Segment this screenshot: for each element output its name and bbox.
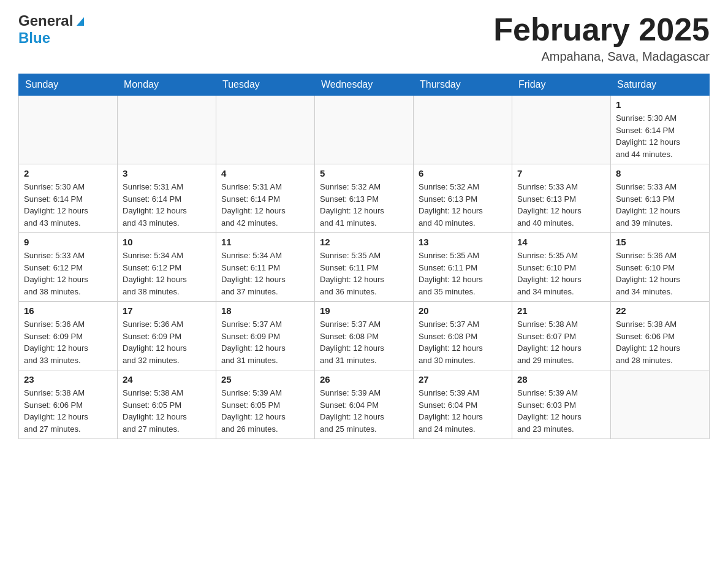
day-number: 5 — [320, 168, 408, 178]
header-thursday: Thursday — [414, 74, 512, 96]
calendar-cell: 23Sunrise: 5:38 AM Sunset: 6:06 PM Dayli… — [19, 370, 118, 439]
day-info: Sunrise: 5:31 AM Sunset: 6:14 PM Dayligh… — [123, 181, 211, 229]
day-info: Sunrise: 5:39 AM Sunset: 6:03 PM Dayligh… — [517, 387, 605, 435]
calendar-cell — [414, 96, 512, 164]
day-info: Sunrise: 5:38 AM Sunset: 6:05 PM Dayligh… — [123, 387, 211, 435]
day-info: Sunrise: 5:39 AM Sunset: 6:04 PM Dayligh… — [320, 387, 408, 435]
logo-general-text: General — [18, 12, 73, 29]
calendar-cell: 7Sunrise: 5:33 AM Sunset: 6:13 PM Daylig… — [512, 164, 611, 233]
day-number: 4 — [221, 168, 309, 178]
day-number: 20 — [419, 305, 507, 316]
day-number: 27 — [419, 374, 507, 385]
calendar-cell: 15Sunrise: 5:36 AM Sunset: 6:10 PM Dayli… — [611, 233, 710, 302]
calendar-cell — [512, 96, 611, 164]
day-number: 3 — [123, 168, 211, 178]
day-number: 17 — [123, 305, 211, 316]
day-number: 19 — [320, 305, 408, 316]
calendar-cell: 6Sunrise: 5:32 AM Sunset: 6:13 PM Daylig… — [414, 164, 512, 233]
calendar-cell: 12Sunrise: 5:35 AM Sunset: 6:11 PM Dayli… — [315, 233, 414, 302]
day-info: Sunrise: 5:34 AM Sunset: 6:11 PM Dayligh… — [221, 250, 309, 297]
day-info: Sunrise: 5:37 AM Sunset: 6:09 PM Dayligh… — [221, 318, 309, 366]
header-tuesday: Tuesday — [216, 74, 315, 96]
day-number: 9 — [24, 237, 112, 247]
day-number: 11 — [221, 237, 309, 247]
day-number: 25 — [221, 374, 309, 385]
day-info: Sunrise: 5:37 AM Sunset: 6:08 PM Dayligh… — [419, 318, 507, 366]
calendar-cell: 20Sunrise: 5:37 AM Sunset: 6:08 PM Dayli… — [414, 302, 512, 370]
calendar-cell: 5Sunrise: 5:32 AM Sunset: 6:13 PM Daylig… — [315, 164, 414, 233]
day-info: Sunrise: 5:33 AM Sunset: 6:12 PM Dayligh… — [24, 250, 112, 297]
day-number: 10 — [123, 237, 211, 247]
day-info: Sunrise: 5:39 AM Sunset: 6:04 PM Dayligh… — [419, 387, 507, 435]
day-info: Sunrise: 5:35 AM Sunset: 6:11 PM Dayligh… — [320, 250, 408, 297]
calendar-cell — [118, 96, 216, 164]
calendar-week-5: 23Sunrise: 5:38 AM Sunset: 6:06 PM Dayli… — [19, 370, 710, 439]
logo-triangle-icon — [74, 15, 86, 27]
day-info: Sunrise: 5:39 AM Sunset: 6:05 PM Dayligh… — [221, 387, 309, 435]
calendar-week-3: 9Sunrise: 5:33 AM Sunset: 6:12 PM Daylig… — [19, 233, 710, 302]
calendar-cell: 9Sunrise: 5:33 AM Sunset: 6:12 PM Daylig… — [19, 233, 118, 302]
day-number: 28 — [517, 374, 605, 385]
day-number: 23 — [24, 374, 112, 385]
day-info: Sunrise: 5:38 AM Sunset: 6:06 PM Dayligh… — [616, 318, 704, 366]
day-info: Sunrise: 5:38 AM Sunset: 6:06 PM Dayligh… — [24, 387, 112, 435]
location-text: Ampahana, Sava, Madagascar — [493, 50, 710, 64]
title-block: February 2025 Ampahana, Sava, Madagascar — [493, 12, 710, 64]
calendar-cell: 13Sunrise: 5:35 AM Sunset: 6:11 PM Dayli… — [414, 233, 512, 302]
header-saturday: Saturday — [611, 74, 710, 96]
calendar-cell — [611, 370, 710, 439]
day-info: Sunrise: 5:37 AM Sunset: 6:08 PM Dayligh… — [320, 318, 408, 366]
day-info: Sunrise: 5:35 AM Sunset: 6:10 PM Dayligh… — [517, 250, 605, 297]
day-number: 26 — [320, 374, 408, 385]
day-number: 6 — [419, 168, 507, 178]
calendar-cell: 4Sunrise: 5:31 AM Sunset: 6:14 PM Daylig… — [216, 164, 315, 233]
svg-marker-0 — [77, 17, 84, 26]
day-info: Sunrise: 5:38 AM Sunset: 6:07 PM Dayligh… — [517, 318, 605, 366]
calendar-cell: 18Sunrise: 5:37 AM Sunset: 6:09 PM Dayli… — [216, 302, 315, 370]
header-sunday: Sunday — [19, 74, 118, 96]
calendar-cell: 10Sunrise: 5:34 AM Sunset: 6:12 PM Dayli… — [118, 233, 216, 302]
day-number: 14 — [517, 237, 605, 247]
header-monday: Monday — [118, 74, 216, 96]
day-number: 15 — [616, 237, 704, 247]
calendar-week-1: 1Sunrise: 5:30 AM Sunset: 6:14 PM Daylig… — [19, 96, 710, 164]
day-info: Sunrise: 5:30 AM Sunset: 6:14 PM Dayligh… — [616, 112, 704, 160]
logo-blue-text: Blue — [18, 29, 50, 47]
day-number: 12 — [320, 237, 408, 247]
day-info: Sunrise: 5:30 AM Sunset: 6:14 PM Dayligh… — [24, 181, 112, 229]
day-number: 2 — [24, 168, 112, 178]
day-number: 24 — [123, 374, 211, 385]
calendar-cell: 21Sunrise: 5:38 AM Sunset: 6:07 PM Dayli… — [512, 302, 611, 370]
calendar-cell: 28Sunrise: 5:39 AM Sunset: 6:03 PM Dayli… — [512, 370, 611, 439]
day-number: 8 — [616, 168, 704, 178]
day-number: 16 — [24, 305, 112, 316]
calendar-cell: 25Sunrise: 5:39 AM Sunset: 6:05 PM Dayli… — [216, 370, 315, 439]
day-info: Sunrise: 5:36 AM Sunset: 6:09 PM Dayligh… — [24, 318, 112, 366]
day-info: Sunrise: 5:32 AM Sunset: 6:13 PM Dayligh… — [419, 181, 507, 229]
day-info: Sunrise: 5:36 AM Sunset: 6:09 PM Dayligh… — [123, 318, 211, 366]
calendar-table: SundayMondayTuesdayWednesdayThursdayFrid… — [18, 74, 710, 439]
calendar-cell: 2Sunrise: 5:30 AM Sunset: 6:14 PM Daylig… — [19, 164, 118, 233]
calendar-cell: 3Sunrise: 5:31 AM Sunset: 6:14 PM Daylig… — [118, 164, 216, 233]
calendar-cell: 26Sunrise: 5:39 AM Sunset: 6:04 PM Dayli… — [315, 370, 414, 439]
calendar-cell: 14Sunrise: 5:35 AM Sunset: 6:10 PM Dayli… — [512, 233, 611, 302]
day-number: 1 — [616, 99, 704, 110]
calendar-week-2: 2Sunrise: 5:30 AM Sunset: 6:14 PM Daylig… — [19, 164, 710, 233]
day-info: Sunrise: 5:33 AM Sunset: 6:13 PM Dayligh… — [517, 181, 605, 229]
header-friday: Friday — [512, 74, 611, 96]
day-info: Sunrise: 5:34 AM Sunset: 6:12 PM Dayligh… — [123, 250, 211, 297]
calendar-cell: 16Sunrise: 5:36 AM Sunset: 6:09 PM Dayli… — [19, 302, 118, 370]
calendar-cell — [315, 96, 414, 164]
calendar-cell: 1Sunrise: 5:30 AM Sunset: 6:14 PM Daylig… — [611, 96, 710, 164]
calendar-header-row: SundayMondayTuesdayWednesdayThursdayFrid… — [19, 74, 710, 96]
day-info: Sunrise: 5:36 AM Sunset: 6:10 PM Dayligh… — [616, 250, 704, 297]
calendar-cell: 19Sunrise: 5:37 AM Sunset: 6:08 PM Dayli… — [315, 302, 414, 370]
calendar-cell — [19, 96, 118, 164]
calendar-cell — [216, 96, 315, 164]
calendar-cell: 11Sunrise: 5:34 AM Sunset: 6:11 PM Dayli… — [216, 233, 315, 302]
day-number: 13 — [419, 237, 507, 247]
page-header: General Blue February 2025 Ampahana, Sav… — [18, 12, 710, 64]
header-wednesday: Wednesday — [315, 74, 414, 96]
day-number: 22 — [616, 305, 704, 316]
calendar-week-4: 16Sunrise: 5:36 AM Sunset: 6:09 PM Dayli… — [19, 302, 710, 370]
